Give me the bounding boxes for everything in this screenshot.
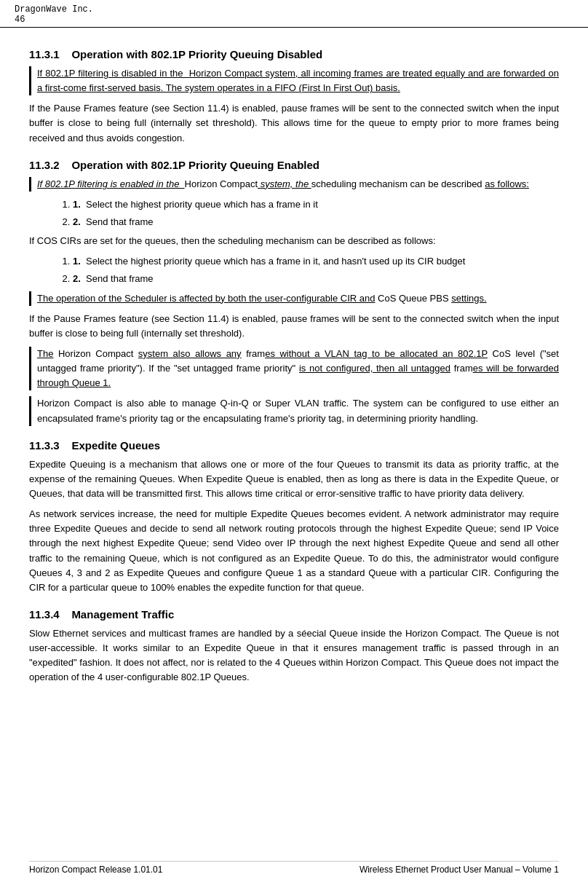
footer-left: Horizon Compact Release 1.01.01 <box>29 865 162 875</box>
link-2-3b: settings. <box>451 293 486 304</box>
section-11-3-4-title: 11.3.4 Management Traffic <box>29 608 559 621</box>
section-11-3-2: 11.3.2 Operation with 802.1P Priority Qu… <box>29 159 559 426</box>
para-1-1: If 802.1P filtering is disabled in the H… <box>37 66 559 95</box>
link-2-1a: If 802.1P filtering is enabled in the <box>37 178 185 189</box>
para-4-1: Slow Ethernet services and multicast fra… <box>29 626 559 685</box>
section-11-3-2-number: 11.3.2 <box>29 159 71 171</box>
section-11-3-4-number: 11.3.4 <box>29 608 71 621</box>
list-2-2: 1. Select the highest priority queue whi… <box>73 254 559 286</box>
page: DragonWave Inc. 46 11.3.1 Operation with… <box>0 0 588 882</box>
link-1-1: If 802.1P filtering is disabled in the H… <box>37 68 559 93</box>
section-11-3-1-para1: If 802.1P filtering is disabled in the H… <box>29 66 559 95</box>
company-name: DragonWave Inc. <box>15 4 573 15</box>
section-11-3-3: 11.3.3 Expedite Queues Expedite Queuing … <box>29 439 559 595</box>
link-2-5c: es without a VLAN tag to be allocated an… <box>265 348 488 359</box>
para-1-2: If the Pause Frames feature (see Section… <box>29 101 559 145</box>
link-2-1c: as follows: <box>485 178 529 189</box>
section-11-3-1: 11.3.1 Operation with 802.1P Priority Qu… <box>29 48 559 146</box>
list-2-1: 1. Select the highest priority queue whi… <box>73 197 559 229</box>
section-11-3-4-heading: Management Traffic <box>71 608 174 621</box>
link-2-5e: es will be forwarded through Queue 1. <box>37 363 559 388</box>
section-11-3-2-para3-wrap: The operation of the Scheduler is affect… <box>29 291 559 306</box>
link-2-5b: system also allows any <box>138 348 242 359</box>
page-header: DragonWave Inc. 46 <box>0 0 588 28</box>
link-2-1b: system, the <box>258 178 311 189</box>
list-item-2-1-1: 1. Select the highest priority queue whi… <box>73 197 559 212</box>
para-3-1: Expedite Queuing is a mechanism that all… <box>29 457 559 501</box>
para-2-4: If the Pause Frames feature (see Section… <box>29 312 559 341</box>
section-11-3-2-title: 11.3.2 Operation with 802.1P Priority Qu… <box>29 159 559 171</box>
section-11-3-2-para1: If 802.1P filtering is enabled in the Ho… <box>29 177 559 192</box>
para-2-6: Horizon Compact is also able to manage Q… <box>37 396 559 425</box>
link-2-5d: is not configured, then all untagged <box>299 363 450 374</box>
list-item-2-2-2: 2. Send that frame <box>73 272 559 286</box>
section-11-3-2-heading: Operation with 802.1P Priority Queuing E… <box>71 159 319 171</box>
para-3-2: As network services increase, the need f… <box>29 507 559 595</box>
para-2-3: The operation of the Scheduler is affect… <box>37 291 559 306</box>
section-11-3-3-number: 11.3.3 <box>29 439 71 452</box>
footer-right: Wireless Ethernet Product User Manual – … <box>359 865 559 875</box>
page-footer: Horizon Compact Release 1.01.01 Wireless… <box>29 861 559 875</box>
section-11-3-2-para5-wrap: The Horizon Compact system also allows a… <box>29 347 559 390</box>
para-2-5: The Horizon Compact system also allows a… <box>37 347 559 390</box>
section-11-3-1-number: 11.3.1 <box>29 48 71 60</box>
para-2-2: If COS CIRs are set for the queues, then… <box>29 234 559 248</box>
section-11-3-2-para6-wrap: Horizon Compact is also able to manage Q… <box>29 396 559 425</box>
section-11-3-4: 11.3.4 Management Traffic Slow Ethernet … <box>29 608 559 685</box>
section-11-3-3-title: 11.3.3 Expedite Queues <box>29 439 559 452</box>
link-2-3: The operation of the Scheduler is affect… <box>37 293 375 304</box>
main-content: 11.3.1 Operation with 802.1P Priority Qu… <box>0 28 588 735</box>
section-11-3-1-heading: Operation with 802.1P Priority Queuing D… <box>71 48 322 60</box>
section-11-3-1-title: 11.3.1 Operation with 802.1P Priority Qu… <box>29 48 559 60</box>
section-11-3-3-heading: Expedite Queues <box>71 439 160 452</box>
link-2-5a: The <box>37 348 53 359</box>
page-number: 46 <box>15 15 573 25</box>
list-item-2-1-2: 2. Send that frame <box>73 215 559 229</box>
list-item-2-2-1: 1. Select the highest priority queue whi… <box>73 254 559 269</box>
para-2-1: If 802.1P filtering is enabled in the Ho… <box>37 177 559 192</box>
